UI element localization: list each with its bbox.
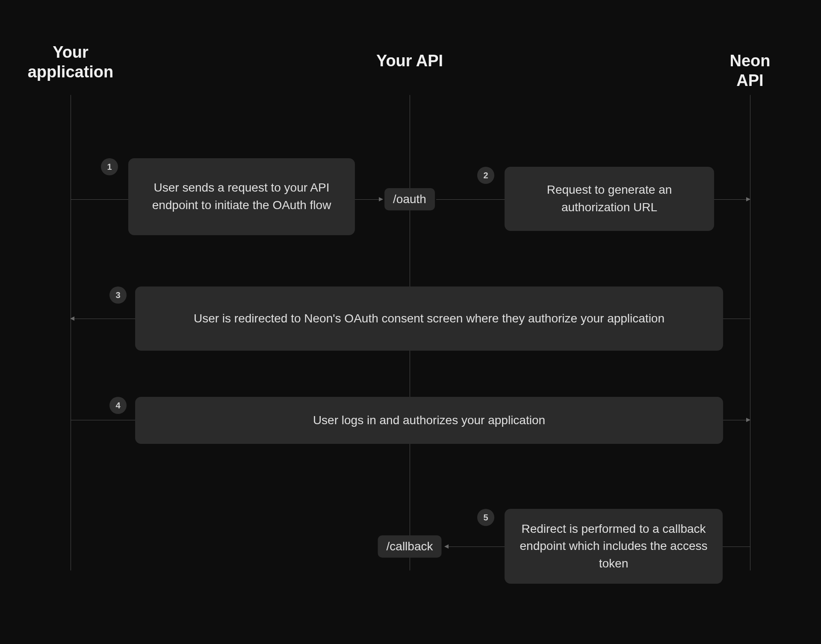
step-2-connector-left (436, 199, 505, 200)
step-3-box: User is redirected to Neon's OAuth conse… (135, 287, 723, 351)
step-3-text: User is redirected to Neon's OAuth conse… (194, 310, 664, 328)
step-3-connector-right (723, 319, 750, 319)
endpoint-oauth: /oauth (384, 188, 435, 210)
step-4-badge: 4 (109, 397, 127, 414)
step-2-badge: 2 (477, 167, 494, 184)
step-1-text: User sends a request to your API endpoin… (142, 179, 341, 214)
column-header-neon-api: Neon API (715, 51, 786, 90)
step-2-box: Request to generate an authorization URL (505, 167, 714, 231)
step-4-text: User logs in and authorizes your applica… (313, 412, 545, 429)
lifeline-your-application (71, 95, 71, 570)
endpoint-callback: /callback (378, 535, 442, 558)
step-5-badge: 5 (477, 509, 494, 526)
step-1-badge: 1 (101, 158, 118, 175)
step-2-arrow-to-neon (714, 199, 750, 200)
column-header-your-api: Your API (376, 51, 443, 71)
step-2-text: Request to generate an authorization URL (518, 181, 700, 216)
step-5-box: Redirect is performed to a callback endp… (505, 509, 723, 584)
step-1-connector-left (71, 199, 128, 200)
step-4-connector-left (71, 420, 135, 420)
step-4-box: User logs in and authorizes your applica… (135, 397, 723, 444)
step-1-box: User sends a request to your API endpoin… (128, 158, 355, 235)
step-1-arrow-to-oauth (355, 199, 383, 200)
column-header-your-application: Your application (11, 43, 130, 82)
lifeline-neon-api (750, 95, 750, 570)
step-5-arrow-to-callback (445, 547, 505, 547)
step-4-arrow-to-neon (723, 420, 750, 420)
step-5-text: Redirect is performed to a callback endp… (518, 520, 709, 573)
step-3-arrow-to-app (71, 319, 135, 319)
step-5-connector-right (723, 547, 750, 547)
step-3-badge: 3 (109, 287, 127, 304)
